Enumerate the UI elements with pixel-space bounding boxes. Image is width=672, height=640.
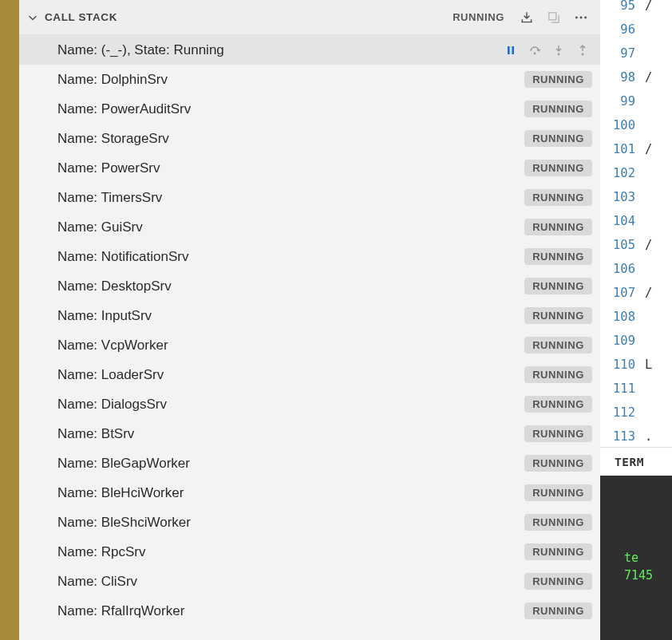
thread-row[interactable]: Name: InputSrvRUNNING xyxy=(19,301,600,330)
line-number: 100 xyxy=(600,113,638,137)
editor-line-fragment xyxy=(645,18,652,41)
svg-rect-4 xyxy=(508,46,510,54)
editor-area: 9596979899100101102103104105106107108109… xyxy=(600,0,672,640)
thread-state-badge: RUNNING xyxy=(524,278,592,294)
thread-row[interactable]: Name: BleShciWorkerRUNNING xyxy=(19,508,600,537)
terminal-tab-label: TERM xyxy=(615,456,644,468)
editor-line-fragment: / xyxy=(645,65,652,89)
thread-row[interactable]: Name: CliSrvRUNNING xyxy=(19,567,600,596)
line-number: 112 xyxy=(600,401,638,425)
thread-state-badge: RUNNING xyxy=(524,425,592,442)
thread-label: Name: TimersSrv xyxy=(57,190,518,206)
svg-point-2 xyxy=(580,16,583,18)
svg-rect-0 xyxy=(549,12,556,19)
line-number-gutter: 9596979899100101102103104105106107108109… xyxy=(600,0,638,448)
more-actions-icon[interactable] xyxy=(570,6,592,29)
line-number: 113 xyxy=(600,425,638,448)
thread-row[interactable]: Name: BleGapWorkerRUNNING xyxy=(19,448,600,478)
thread-state-badge: RUNNING xyxy=(524,130,592,147)
line-number: 95 xyxy=(600,0,638,18)
editor-line-fragment: L xyxy=(645,353,652,377)
svg-rect-5 xyxy=(512,46,514,54)
line-number: 98 xyxy=(600,65,638,89)
line-number: 110 xyxy=(600,353,638,377)
thread-state-badge: RUNNING xyxy=(524,189,592,206)
activity-bar xyxy=(0,0,19,640)
thread-label: Name: (-_-), State: Running xyxy=(57,42,495,58)
thread-row[interactable]: Name: GuiSrvRUNNING xyxy=(19,212,600,242)
thread-label: Name: BleHciWorker xyxy=(57,485,518,501)
thread-row[interactable]: Name: NotificationSrvRUNNING xyxy=(19,242,600,271)
thread-label: Name: VcpWorker xyxy=(57,338,518,354)
thread-row[interactable]: Name: LoaderSrvRUNNING xyxy=(19,360,600,389)
thread-label: Name: PowerSrv xyxy=(57,160,518,176)
thread-row[interactable]: Name: RfalIrqWorkerRUNNING xyxy=(19,596,600,626)
thread-row[interactable]: Name: DolphinSrvRUNNING xyxy=(19,65,600,94)
thread-state-badge: RUNNING xyxy=(524,514,592,531)
collapse-all-icon[interactable] xyxy=(543,6,565,29)
line-number: 102 xyxy=(600,161,638,185)
thread-row[interactable]: Name: DialogsSrvRUNNING xyxy=(19,389,600,419)
thread-row[interactable]: Name: TimersSrvRUNNING xyxy=(19,183,600,212)
pause-icon[interactable] xyxy=(501,41,520,60)
panel-title: CALL STACK xyxy=(45,11,117,23)
thread-label: Name: PowerAuditSrv xyxy=(57,101,518,117)
download-sessions-icon[interactable] xyxy=(516,6,538,29)
thread-label: Name: DesktopSrv xyxy=(57,279,518,294)
terminal-tab[interactable]: TERM xyxy=(600,447,672,476)
editor-line-fragment: . xyxy=(645,425,652,448)
thread-row[interactable]: Name: StorageSrvRUNNING xyxy=(19,124,600,153)
thread-label: Name: InputSrv xyxy=(57,308,518,324)
line-number: 111 xyxy=(600,377,638,401)
thread-state-badge: RUNNING xyxy=(524,396,592,413)
chevron-down-icon[interactable] xyxy=(26,12,40,23)
line-number: 107 xyxy=(600,281,638,305)
terminal-body[interactable]: te 7145 xyxy=(600,476,672,640)
thread-label: Name: RpcSrv xyxy=(57,544,518,560)
editor-line-fragment: / xyxy=(645,233,652,257)
line-number: 97 xyxy=(600,41,638,65)
editor-line-fragment: / xyxy=(645,137,652,161)
step-into-icon[interactable] xyxy=(549,41,568,60)
thread-row[interactable]: Name: DesktopSrvRUNNING xyxy=(19,271,600,301)
call-stack-panel: CALL STACK RUNNING Name: (-_-), State: R… xyxy=(19,0,600,640)
editor-line-fragment: / xyxy=(645,0,652,18)
line-number: 109 xyxy=(600,329,638,353)
thread-row[interactable]: Name: BleHciWorkerRUNNING xyxy=(19,478,600,508)
terminal-line: 7145 xyxy=(624,567,667,584)
line-number: 108 xyxy=(600,305,638,329)
editor-line-fragment xyxy=(645,257,652,281)
thread-row[interactable]: Name: PowerAuditSrvRUNNING xyxy=(19,94,600,124)
step-out-icon[interactable] xyxy=(573,41,592,60)
thread-label: Name: StorageSrv xyxy=(57,131,518,147)
thread-label: Name: CliSrv xyxy=(57,574,518,590)
svg-point-8 xyxy=(582,53,584,55)
line-number: 103 xyxy=(600,185,638,209)
thread-row-current[interactable]: Name: (-_-), State: Running xyxy=(19,35,600,65)
editor-line-fragment xyxy=(645,209,652,233)
thread-row[interactable]: Name: BtSrvRUNNING xyxy=(19,419,600,448)
editor-line-fragment xyxy=(645,329,652,353)
thread-label: Name: BleGapWorker xyxy=(57,456,518,472)
thread-state-badge: RUNNING xyxy=(524,160,592,176)
svg-point-3 xyxy=(584,16,587,18)
thread-state-badge: RUNNING xyxy=(524,337,592,354)
thread-state-badge: RUNNING xyxy=(524,543,592,560)
editor-content: / / / / / L . xyxy=(645,0,652,448)
editor-line-fragment xyxy=(645,185,652,209)
thread-state-badge: RUNNING xyxy=(524,573,592,590)
editor-line-fragment xyxy=(645,401,652,425)
editor-line-fragment xyxy=(645,89,652,113)
thread-list: Name: (-_-), State: Running Name: Dolphi… xyxy=(19,35,600,640)
line-number: 96 xyxy=(600,18,638,41)
editor-line-fragment xyxy=(645,377,652,401)
step-over-icon[interactable] xyxy=(525,41,544,60)
thread-row[interactable]: Name: VcpWorkerRUNNING xyxy=(19,330,600,360)
thread-state-badge: RUNNING xyxy=(524,366,592,383)
thread-row[interactable]: Name: RpcSrvRUNNING xyxy=(19,537,600,567)
thread-label: Name: DialogsSrv xyxy=(57,397,518,413)
thread-state-badge: RUNNING xyxy=(524,219,592,235)
terminal-line: te xyxy=(624,549,667,567)
thread-row[interactable]: Name: PowerSrvRUNNING xyxy=(19,153,600,183)
thread-state-badge: RUNNING xyxy=(524,71,592,88)
